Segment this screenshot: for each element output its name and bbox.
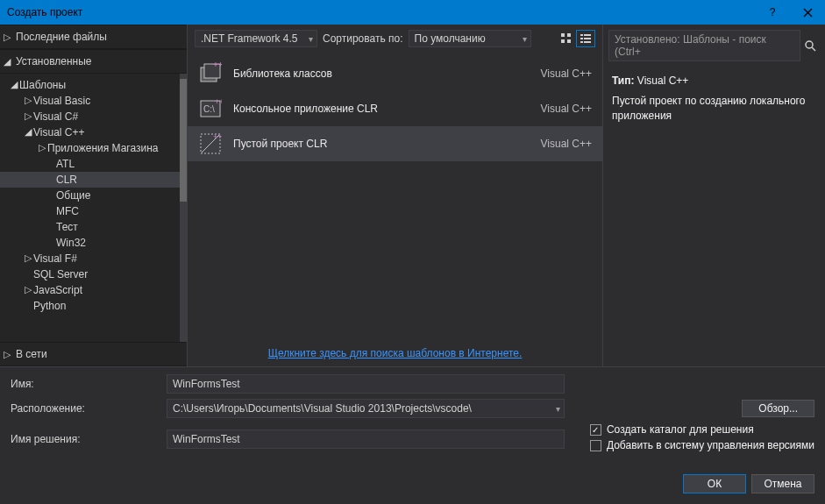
source-control-label: Добавить в систему управления версиями — [607, 439, 814, 451]
tree-item-clr[interactable]: CLR — [0, 172, 180, 188]
template-row[interactable]: ++ Библиотека классов Visual C++ — [188, 56, 602, 91]
dialog-buttons: ОК Отмена — [0, 469, 825, 504]
center-panel: .NET Framework 4.5 ▾ Сортировать по: По … — [188, 25, 602, 366]
toolbar: .NET Framework 4.5 ▾ Сортировать по: По … — [188, 25, 602, 53]
tree-scrollbar[interactable] — [180, 74, 187, 342]
svg-rect-4 — [580, 34, 583, 36]
window-title: Создать проект — [7, 6, 82, 18]
svg-text:++: ++ — [213, 132, 222, 141]
template-row[interactable]: ++ Пустой проект CLR Visual C++ — [188, 126, 602, 161]
grid-icon — [560, 32, 573, 45]
name-input[interactable]: WinFormsTest — [167, 374, 565, 394]
tree-item-mfc[interactable]: MFC — [0, 203, 180, 219]
svg-rect-2 — [561, 39, 565, 43]
tree-item-visual-csharp[interactable]: ▷ Visual C# — [0, 109, 180, 124]
template-list: ++ Библиотека классов Visual C++ C:\++ К… — [188, 53, 602, 340]
browse-button[interactable]: Обзор... — [742, 400, 814, 417]
svg-text:++: ++ — [215, 97, 222, 106]
view-list-button[interactable] — [576, 30, 595, 47]
tree-item-python[interactable]: Python — [0, 298, 180, 314]
svg-rect-1 — [567, 33, 571, 37]
chevron-right-icon: ▷ — [23, 284, 33, 295]
help-button[interactable]: ? — [755, 0, 790, 25]
empty-project-icon: ++ — [198, 131, 223, 156]
tree-item-visual-cpp[interactable]: ◢ Visual C++ — [0, 124, 180, 140]
online-templates-link-row: Щелкните здесь для поиска шаблонов в Инт… — [188, 340, 602, 366]
class-library-icon: ++ — [198, 61, 223, 86]
svg-rect-8 — [580, 41, 583, 43]
template-info: Тип: Visual C++ Пустой проект по создани… — [603, 67, 825, 130]
svg-rect-6 — [580, 38, 583, 39]
create-dir-checkbox[interactable]: ✓ — [590, 424, 601, 436]
search-button[interactable] — [800, 36, 820, 55]
svg-point-18 — [806, 41, 813, 48]
location-input[interactable]: C:\Users\Игорь\Documents\Visual Studio 2… — [167, 399, 565, 418]
location-label: Расположение: — [11, 402, 160, 415]
console-app-icon: C:\++ — [198, 96, 223, 121]
chevron-right-icon: ▷ — [4, 32, 11, 43]
tree-item-atl[interactable]: ATL — [0, 156, 180, 172]
view-grid-button[interactable] — [557, 30, 576, 47]
sort-combo[interactable]: По умолчанию ▾ — [409, 30, 531, 47]
svg-rect-7 — [584, 38, 591, 39]
solution-name-label: Имя решения: — [11, 433, 160, 445]
section-installed[interactable]: ◢ Установленные — [0, 49, 187, 74]
chevron-right-icon: ▷ — [4, 349, 11, 360]
tree-item-win32[interactable]: Win32 — [0, 235, 180, 251]
chevron-right-icon: ▷ — [23, 110, 33, 122]
svg-text:++: ++ — [213, 62, 222, 69]
tree-item-javascript[interactable]: ▷ JavaScript — [0, 282, 180, 298]
info-type-value: Visual C++ — [637, 75, 688, 87]
chevron-right-icon: ▷ — [37, 142, 47, 153]
left-panel: ▷ Последние файлы ◢ Установленные ◢ Шабл… — [0, 25, 188, 366]
source-control-checkbox[interactable] — [590, 440, 601, 451]
online-templates-link[interactable]: Щелкните здесь для поиска шаблонов в Инт… — [268, 347, 523, 359]
close-icon — [803, 8, 813, 18]
sort-label: Сортировать по: — [323, 32, 403, 45]
svg-rect-9 — [584, 41, 591, 43]
search-icon — [804, 39, 816, 52]
bottom-panel: Имя: WinFormsTest Расположение: C:\Users… — [0, 366, 825, 469]
svg-rect-0 — [561, 33, 565, 37]
caret-down-icon: ▾ — [309, 34, 313, 44]
name-label: Имя: — [11, 378, 160, 390]
tree-item-visual-fsharp[interactable]: ▷ Visual F# — [0, 251, 180, 266]
chevron-right-icon: ▷ — [23, 252, 33, 264]
caret-down-icon: ▾ — [523, 34, 527, 44]
create-dir-label: Создать каталог для решения — [607, 423, 754, 436]
svg-rect-5 — [584, 34, 591, 36]
svg-text:C:\: C:\ — [203, 104, 215, 114]
tree-item-sql-server[interactable]: SQL Server — [0, 266, 180, 282]
close-button[interactable] — [790, 0, 825, 25]
chevron-down-icon: ◢ — [4, 56, 11, 67]
section-online-label: В сети — [16, 348, 47, 360]
section-installed-label: Установленные — [16, 55, 91, 67]
template-tree: ◢ Шаблоны ▷ Visual Basic ▷ Visual C# ◢ V… — [0, 74, 180, 342]
section-recent[interactable]: ▷ Последние файлы — [0, 25, 187, 49]
right-panel: Установлено: Шаблоны - поиск (Ctrl+ Тип:… — [602, 25, 825, 366]
scrollbar-thumb[interactable] — [180, 79, 187, 202]
chevron-down-icon: ◢ — [23, 126, 33, 138]
search-input[interactable]: Установлено: Шаблоны - поиск (Ctrl+ — [608, 30, 800, 61]
ok-button[interactable]: ОК — [683, 474, 746, 493]
tree-item-visual-basic[interactable]: ▷ Visual Basic — [0, 93, 180, 109]
framework-combo[interactable]: .NET Framework 4.5 ▾ — [195, 30, 317, 47]
chevron-right-icon: ▷ — [23, 95, 33, 106]
section-online[interactable]: ▷ В сети — [0, 342, 187, 366]
solution-name-input[interactable]: WinFormsTest — [167, 429, 565, 449]
chevron-down-icon: ◢ — [9, 79, 19, 90]
template-row[interactable]: C:\++ Консольное приложение CLR Visual C… — [188, 91, 602, 126]
tree-item-general[interactable]: Общие — [0, 188, 180, 203]
svg-rect-3 — [567, 39, 571, 43]
tree-item-test[interactable]: Тест — [0, 219, 180, 235]
info-type-label: Тип: — [612, 75, 635, 87]
cancel-button[interactable]: Отмена — [751, 474, 814, 493]
tree-item-store-apps[interactable]: ▷ Приложения Магазина — [0, 140, 180, 156]
list-icon — [580, 32, 592, 45]
section-recent-label: Последние файлы — [16, 31, 107, 43]
tree-item-templates[interactable]: ◢ Шаблоны — [0, 77, 180, 93]
info-description: Пустой проект по созданию локального при… — [612, 94, 816, 124]
titlebar: Создать проект ? — [0, 0, 825, 25]
caret-down-icon: ▾ — [556, 404, 560, 414]
